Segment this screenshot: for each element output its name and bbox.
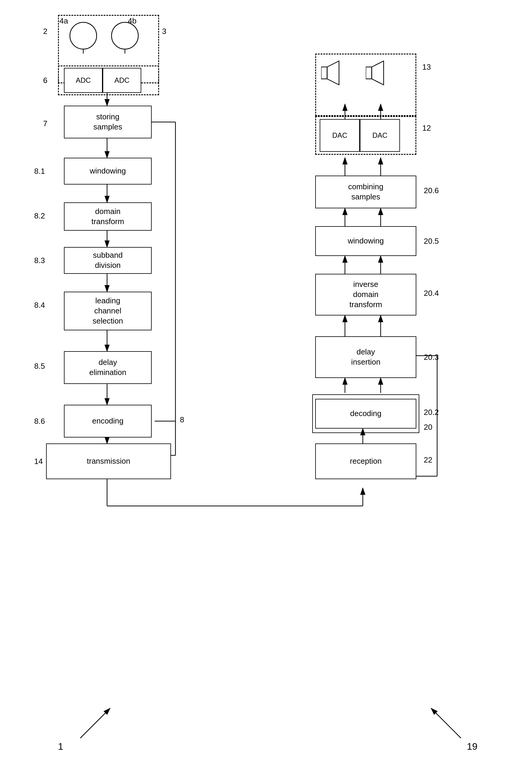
label-22: 22	[424, 455, 432, 465]
label-4b: 4b	[128, 16, 136, 26]
adc-left-block: ADC	[64, 68, 103, 93]
diagram: ADC ADC storingsamples windowing domaint…	[0, 0, 532, 775]
delay-insert-block: delayinsertion	[315, 336, 416, 378]
speaker-right	[366, 58, 404, 92]
svg-rect-40	[321, 67, 327, 79]
combining-block: combiningsamples	[315, 175, 416, 208]
reception-block: reception	[315, 443, 416, 479]
label-84: 8.4	[34, 301, 45, 310]
label-8: 8	[180, 415, 184, 424]
subband-block: subbanddivision	[64, 247, 152, 274]
label-13: 13	[422, 62, 431, 72]
label-14: 14	[34, 457, 43, 466]
svg-rect-42	[366, 67, 372, 79]
transmission-block: transmission	[46, 443, 171, 479]
svg-point-35	[70, 22, 97, 49]
label-83: 8.3	[34, 256, 45, 265]
svg-marker-39	[327, 61, 339, 85]
windowing-right-block: windowing	[315, 226, 416, 256]
inverse-domain-block: inversedomaintransform	[315, 274, 416, 316]
label-206: 20.6	[424, 186, 439, 195]
label-7: 7	[43, 119, 47, 128]
windowing-left-block: windowing	[64, 158, 152, 184]
label-1: 1	[58, 741, 63, 752]
decoding-outer-box	[312, 394, 419, 433]
svg-line-33	[80, 708, 110, 738]
storing-block: storingsamples	[64, 106, 152, 138]
label-19: 19	[467, 741, 478, 752]
label-81: 8.1	[34, 167, 45, 176]
antenna-4a	[65, 18, 101, 54]
label-12: 12	[422, 123, 431, 133]
label-204: 20.4	[424, 289, 439, 298]
label-2: 2	[43, 27, 47, 36]
adc-right-block: ADC	[103, 68, 141, 93]
dac-left-block: DAC	[320, 119, 360, 152]
label-82: 8.2	[34, 211, 45, 221]
label-86: 8.6	[34, 417, 45, 426]
domain-transform-block: domaintransform	[64, 203, 152, 231]
leading-channel-block: leadingchannelselection	[64, 292, 152, 330]
svg-line-34	[431, 708, 461, 738]
delay-elim-block: delayelimination	[64, 351, 152, 384]
label-85: 8.5	[34, 362, 45, 371]
label-4a: 4a	[59, 16, 68, 26]
label-203: 20.3	[424, 353, 439, 362]
label-6: 6	[43, 76, 47, 85]
encoding-block: encoding	[64, 405, 152, 437]
svg-marker-41	[372, 61, 384, 85]
svg-point-37	[112, 22, 138, 49]
dac-right-block: DAC	[360, 119, 400, 152]
label-3: 3	[162, 27, 166, 36]
label-202: 20.2	[424, 408, 439, 417]
label-205: 20.5	[424, 237, 439, 246]
speaker-left	[321, 58, 360, 92]
antenna-4b	[107, 18, 143, 54]
label-20: 20	[424, 423, 432, 432]
